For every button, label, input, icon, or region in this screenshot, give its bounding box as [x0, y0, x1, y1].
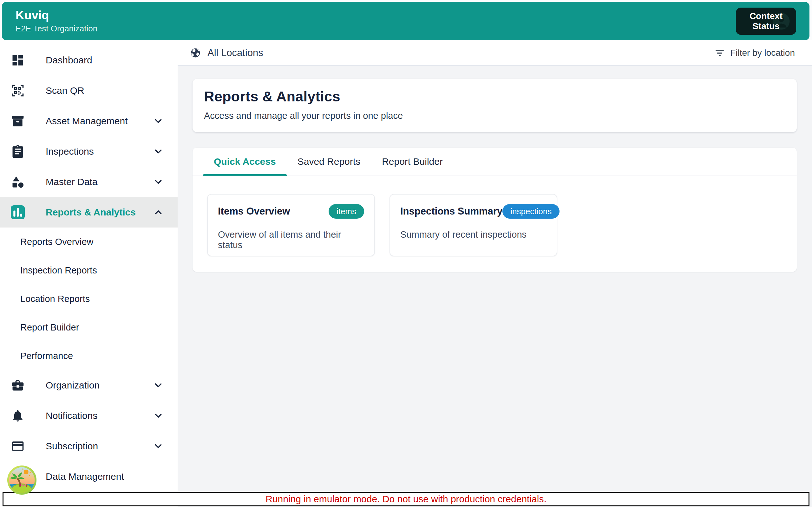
sidebar-item-organization[interactable]: Organization — [0, 370, 177, 400]
chevron-up-icon — [153, 207, 164, 218]
sidebar-item-master-data[interactable]: Master Data — [0, 167, 177, 197]
clipboard-icon — [11, 145, 25, 158]
brand-name: Kuviq — [15, 9, 97, 22]
card-title: Items Overview — [218, 206, 290, 217]
sidebar-subitem-reports-overview[interactable]: Reports Overview — [0, 228, 177, 256]
sidebar-subitem-inspection-reports[interactable]: Inspection Reports — [0, 256, 177, 285]
dashboard-icon — [11, 53, 25, 67]
location-label: All Locations — [207, 47, 263, 59]
sidebar-item-asset-management[interactable]: Asset Management — [0, 106, 177, 136]
sidebar-subitem-report-builder[interactable]: Report Builder — [0, 313, 177, 342]
chevron-down-icon — [153, 116, 164, 126]
page-heading-card: Reports & Analytics Access and manage al… — [193, 79, 797, 132]
location-topbar: All Locations Filter by location — [177, 40, 812, 66]
bell-icon — [11, 409, 25, 423]
briefcase-icon — [11, 378, 25, 392]
card-header: Items Overview items — [218, 204, 364, 219]
tab-quick-access[interactable]: Quick Access — [203, 148, 287, 176]
quick-access-card-row: Items Overview items Overview of all ite… — [193, 176, 797, 257]
sidebar-subitem-performance[interactable]: Performance — [0, 342, 177, 370]
main-content: Reports & Analytics Access and manage al… — [177, 66, 812, 507]
tab-bar: Quick Access Saved Reports Report Builde… — [193, 148, 797, 176]
sidebar: Dashboard Scan QR Asset Management Inspe — [0, 40, 177, 507]
brand-organization: E2E Test Organization — [15, 24, 97, 34]
sidebar-item-label: Notifications — [46, 410, 97, 421]
context-status-button[interactable]: Context Status — [736, 8, 796, 35]
sidebar-item-subscription[interactable]: Subscription — [0, 431, 177, 461]
reports-tabs-card: Quick Access Saved Reports Report Builde… — [193, 148, 797, 272]
page-subtitle: Access and manage all your reports in on… — [204, 111, 785, 121]
tab-saved-reports[interactable]: Saved Reports — [287, 148, 371, 176]
page-title: Reports & Analytics — [204, 89, 785, 105]
qr-code-icon — [11, 83, 25, 98]
sidebar-item-notifications[interactable]: Notifications — [0, 400, 177, 431]
inspections-badge: inspections — [502, 204, 560, 219]
chevron-down-icon — [153, 176, 164, 187]
sidebar-item-label: Asset Management — [46, 116, 128, 126]
archive-box-icon — [11, 114, 25, 128]
globe-icon — [190, 47, 201, 59]
card-title: Inspections Summary — [400, 206, 502, 217]
sidebar-item-label: Data Management — [46, 471, 124, 482]
app-header: Kuviq E2E Test Organization Context Stat… — [2, 2, 809, 40]
emulator-warning-banner: Running in emulator mode. Do not use wit… — [3, 492, 809, 506]
sidebar-item-label: Reports & Analytics — [46, 207, 136, 218]
brand-block: Kuviq E2E Test Organization — [15, 9, 97, 34]
chevron-down-icon — [153, 441, 164, 452]
card-description: Summary of recent inspections — [400, 229, 547, 240]
sidebar-item-label: Master Data — [46, 176, 97, 187]
sidebar-item-inspections[interactable]: Inspections — [0, 136, 177, 167]
filter-by-location-button[interactable]: Filter by location — [714, 48, 795, 58]
sidebar-item-label: Organization — [46, 380, 100, 391]
sidebar-item-scan-qr[interactable]: Scan QR — [0, 75, 177, 106]
sidebar-item-label: Dashboard — [46, 55, 92, 66]
shapes-icon — [11, 175, 25, 189]
location-context[interactable]: All Locations — [190, 47, 263, 59]
chevron-down-icon — [153, 410, 164, 421]
card-header: Inspections Summary inspections — [400, 204, 547, 219]
bar-chart-tile-icon — [11, 205, 25, 219]
items-badge: items — [328, 204, 364, 219]
chevron-down-icon — [153, 380, 164, 391]
credit-card-icon — [11, 439, 25, 453]
card-description: Overview of all items and their status — [218, 229, 364, 250]
sidebar-item-label: Inspections — [46, 146, 94, 157]
sidebar-item-dashboard[interactable]: Dashboard — [0, 45, 177, 75]
filter-label: Filter by location — [730, 48, 795, 58]
sidebar-subitem-location-reports[interactable]: Location Reports — [0, 285, 177, 313]
card-inspections-summary[interactable]: Inspections Summary inspections Summary … — [390, 194, 557, 257]
chevron-down-icon — [153, 146, 164, 157]
sidebar-item-label: Subscription — [46, 441, 98, 452]
tab-report-builder[interactable]: Report Builder — [371, 148, 454, 176]
filter-lines-icon — [714, 48, 725, 58]
sidebar-item-reports-analytics[interactable]: Reports & Analytics — [0, 197, 177, 228]
sidebar-item-label: Scan QR — [46, 85, 84, 96]
card-items-overview[interactable]: Items Overview items Overview of all ite… — [207, 194, 375, 257]
emulator-warning-text: Running in emulator mode. Do not use wit… — [265, 494, 547, 504]
tropical-island-logo — [7, 465, 37, 495]
